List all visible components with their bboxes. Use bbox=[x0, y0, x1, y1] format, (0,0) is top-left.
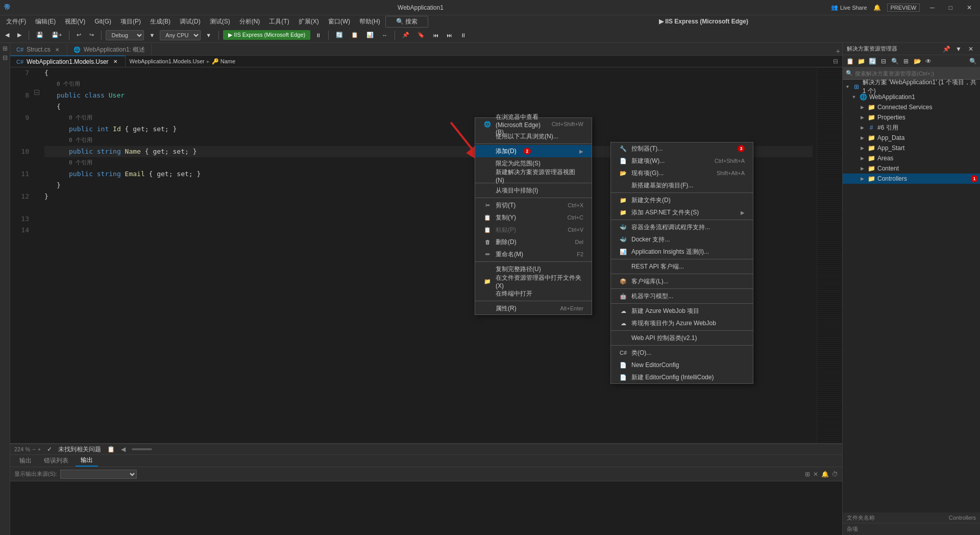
ctx-rename[interactable]: ✏ 重命名(M) F2 bbox=[475, 248, 592, 260]
sol-tool-refresh[interactable]: 🔄 bbox=[867, 56, 877, 66]
footer-misc: 杂项 bbox=[847, 525, 858, 533]
tab-struct-close[interactable]: ✕ bbox=[54, 46, 61, 53]
sol-header-pin[interactable]: 📌 bbox=[941, 44, 951, 54]
menu-extensions[interactable]: 扩展(X) bbox=[295, 16, 323, 27]
output-btn-3[interactable]: 🔔 bbox=[821, 471, 829, 478]
toolbar-misc-7[interactable]: ⏮ bbox=[430, 31, 442, 39]
ctx-add[interactable]: 添加(D) 2 ▶ bbox=[475, 145, 592, 157]
menu-file[interactable]: 文件(F) bbox=[2, 16, 30, 27]
tree-solution[interactable]: ▼ ⊞ 解决方案 'WebApplication1' (1 个项目，共 1 个) bbox=[843, 82, 980, 92]
save-btn[interactable]: 💾 bbox=[33, 31, 46, 39]
new-tab-btn[interactable]: + bbox=[836, 47, 840, 55]
tab-struct[interactable]: C# Struct.cs ✕ bbox=[10, 44, 67, 55]
toolbar-misc-1[interactable]: 🔄 bbox=[333, 31, 346, 39]
menu-view[interactable]: 视图(V) bbox=[61, 16, 89, 27]
menu-project[interactable]: 项目(P) bbox=[116, 16, 145, 27]
tree-app-data[interactable]: ▶ 📁 App_Data bbox=[843, 133, 980, 143]
output-btn-4[interactable]: ⏱ bbox=[832, 471, 838, 478]
toolbar-misc-9[interactable]: ⏸ bbox=[457, 31, 469, 39]
menu-help[interactable]: 帮助(H) bbox=[355, 16, 384, 27]
sol-tool-git[interactable]: ⊞ bbox=[901, 56, 911, 66]
tab-output-2[interactable]: 输出 bbox=[76, 455, 98, 467]
ctx-cut[interactable]: ✂ 剪切(T) Ctrl+X bbox=[475, 199, 592, 211]
zoom-plus[interactable]: + bbox=[38, 446, 41, 452]
toolbar-misc-6[interactable]: 🔖 bbox=[414, 31, 428, 39]
close-btn[interactable]: ✕ bbox=[963, 4, 976, 11]
tree-controllers[interactable]: ▶ 📁 Controllers 1 bbox=[843, 174, 980, 184]
tab-overview[interactable]: 🌐 WebApplication1: 概述 bbox=[67, 44, 152, 55]
ctx-browse-with[interactable]: 使用以下工具浏览(N)... bbox=[475, 130, 592, 142]
sol-search-icon[interactable]: 🔍 bbox=[968, 56, 978, 66]
ctx-properties[interactable]: 属性(R) Alt+Enter bbox=[475, 302, 592, 314]
status-diff-btn[interactable]: 📋 bbox=[107, 446, 115, 453]
toolbar-misc-4[interactable]: ↔ bbox=[379, 31, 390, 39]
tree-areas[interactable]: ▶ 📁 Areas bbox=[843, 153, 980, 163]
sol-tool-open[interactable]: 📂 bbox=[912, 56, 922, 66]
zoom-control[interactable]: 224 % − + bbox=[14, 446, 41, 452]
editor-split-btn[interactable]: ⊟ bbox=[829, 58, 842, 65]
status-nav-prev[interactable]: ◀ bbox=[121, 446, 126, 453]
sol-tool-props[interactable]: 📋 bbox=[845, 56, 855, 66]
tab-models-user[interactable]: C# WebApplication1.Models.User ✕ bbox=[10, 56, 126, 67]
live-share-btn[interactable]: 👥 Live Share bbox=[831, 4, 867, 11]
tree-content[interactable]: ▶ 📁 Content bbox=[843, 163, 980, 174]
redo-btn[interactable]: ↪ bbox=[86, 31, 97, 39]
toolbar-misc-8[interactable]: ⏭ bbox=[444, 31, 455, 39]
output-btn-1[interactable]: ⊞ bbox=[805, 471, 810, 478]
pause-btn[interactable]: ⏸ bbox=[312, 31, 324, 39]
ctx-view-browser[interactable]: 🌐 在浏览器中查看(Microsoft Edge)(B) Ctrl+Shift+… bbox=[475, 118, 592, 130]
toolbar-misc-5[interactable]: 📌 bbox=[399, 31, 412, 39]
menu-git[interactable]: Git(G) bbox=[90, 17, 115, 26]
forward-btn[interactable]: ▶ bbox=[14, 31, 24, 39]
menu-build[interactable]: 生成(B) bbox=[146, 16, 175, 27]
tree-references[interactable]: ▶ # #6 引用 bbox=[843, 123, 980, 133]
tab-user-close[interactable]: ✕ bbox=[112, 58, 119, 65]
ctx-delete[interactable]: 🗑 删除(D) Del bbox=[475, 236, 592, 248]
sol-tool-filter[interactable]: 🔍 bbox=[890, 56, 900, 66]
main-context-menu[interactable]: 🌐 在浏览器中查看(Microsoft Edge)(B) Ctrl+Shift+… bbox=[475, 117, 592, 315]
ctx-open-folder[interactable]: 📁 在文件资源管理器中打开文件夹(X) bbox=[475, 275, 592, 287]
tree-app-start[interactable]: ▶ 📁 App_Start bbox=[843, 143, 980, 153]
tree-connected-services[interactable]: ▶ 📁 Connected Services bbox=[843, 102, 980, 112]
run-button[interactable]: ▶ IIS Express (Microsoft Edge) bbox=[223, 30, 310, 40]
output-source-select[interactable] bbox=[60, 470, 137, 479]
minimize-btn[interactable]: ─ bbox=[926, 4, 939, 11]
code-content[interactable]: { 0 个引用 public class User { 0 个引用 bbox=[40, 67, 817, 443]
tab-errors[interactable]: 错误列表 bbox=[39, 455, 74, 466]
maximize-btn[interactable]: □ bbox=[945, 4, 957, 11]
toolbar-misc-2[interactable]: 📋 bbox=[348, 31, 361, 39]
back-btn[interactable]: ◀ bbox=[2, 31, 12, 39]
bottom-panel: 224 % − + ✓ 未找到相关问题 📋 ◀ 输出 错误列表 输出 显示输出来… bbox=[10, 443, 842, 535]
menu-window[interactable]: 窗口(W) bbox=[324, 16, 354, 27]
undo-btn[interactable]: ↩ bbox=[74, 31, 84, 39]
bell-icon[interactable]: 🔔 bbox=[873, 4, 881, 11]
fold-btn[interactable]: ─ bbox=[34, 90, 39, 95]
sol-header-menu[interactable]: ▼ bbox=[953, 44, 964, 54]
save-all-btn[interactable]: 💾+ bbox=[48, 31, 65, 39]
preview-btn[interactable]: PREVIEW bbox=[887, 4, 920, 12]
sol-tool-collapse[interactable]: ⊟ bbox=[878, 56, 889, 66]
menu-tools[interactable]: 工具(T) bbox=[265, 16, 293, 27]
sol-header-close[interactable]: ✕ bbox=[966, 44, 976, 54]
debug-config-select[interactable]: Debug Release bbox=[106, 30, 144, 40]
menu-debug[interactable]: 调试(D) bbox=[176, 16, 205, 27]
sol-tool-files[interactable]: 📁 bbox=[856, 56, 866, 66]
menu-edit[interactable]: 编辑(E) bbox=[31, 16, 60, 27]
menu-search[interactable]: 🔍 搜索 bbox=[385, 16, 428, 28]
ctx-exclude[interactable]: 从项目中排除(I) bbox=[475, 184, 592, 197]
platform-select[interactable]: Any CPU bbox=[160, 30, 201, 40]
menu-analyze[interactable]: 分析(N) bbox=[235, 16, 264, 27]
solution-search-input[interactable] bbox=[855, 70, 977, 77]
zoom-minus[interactable]: − bbox=[32, 446, 35, 452]
tree-properties[interactable]: ▶ 📁 Properties bbox=[843, 112, 980, 123]
sidebar-icon-1[interactable]: ⊞ bbox=[3, 45, 8, 52]
toolbar-misc-3[interactable]: 📊 bbox=[363, 31, 377, 39]
ctx-copy[interactable]: 📋 复制(Y) Ctrl+C bbox=[475, 211, 592, 224]
sidebar-icon-2[interactable]: ⊟ bbox=[3, 54, 8, 61]
tab-output-1[interactable]: 输出 bbox=[14, 455, 37, 466]
ctx-open-terminal[interactable]: 在终端中打开 bbox=[475, 287, 592, 300]
output-btn-2[interactable]: ✕ bbox=[813, 471, 818, 478]
menu-test[interactable]: 测试(S) bbox=[206, 16, 234, 27]
ctx-new-view[interactable]: 新建解决方案资源管理器视图(N) bbox=[475, 169, 592, 182]
sol-tool-preview[interactable]: 👁 bbox=[923, 56, 934, 66]
